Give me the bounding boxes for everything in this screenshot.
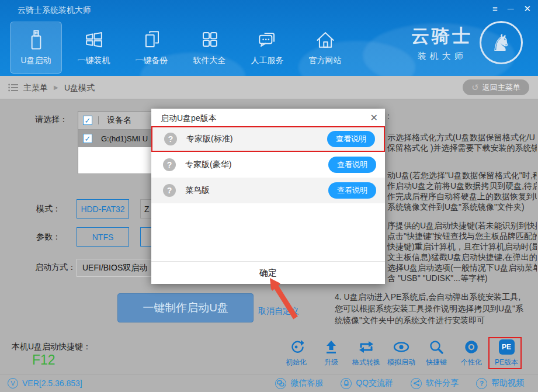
instruction-line: 统镜像"文件夹中的系统文件进行安装即可 xyxy=(335,314,538,326)
select-all-checkbox[interactable]: ✓ xyxy=(83,116,92,125)
help-circle-icon: ? xyxy=(163,184,176,197)
instruction-line: 点击"快捷键"按钮查找与您主板品牌匹配的 xyxy=(387,231,537,241)
tool-simulate-boot[interactable]: 模拟启动 xyxy=(384,338,419,367)
dialog-close-icon[interactable]: ✕ xyxy=(370,112,378,123)
boot-mode-label: 启动方式： xyxy=(35,262,76,273)
help-icon: ? xyxy=(476,378,487,389)
share-icon xyxy=(413,380,420,387)
list-icon xyxy=(8,84,19,92)
view-description-button[interactable]: 查看说明 xyxy=(327,131,375,147)
version-text: VER[2.5.36.853] xyxy=(22,379,82,388)
nav-item-official-site[interactable]: 官方网站 xyxy=(299,22,351,74)
dialog-option-novice[interactable]: ? 菜鸟版 查看说明 xyxy=(151,178,385,203)
qq-icon xyxy=(343,380,350,387)
window-controls: ≡ ─ ✕ xyxy=(492,3,531,15)
instruction-line: 选择U盘启动选项(一般情况下U盘启动菜单 xyxy=(387,262,537,273)
breadcrumb-root[interactable]: 主菜单 xyxy=(23,83,48,93)
status-link-label: QQ交流群 xyxy=(356,378,393,388)
close-icon[interactable]: ✕ xyxy=(523,3,531,15)
help-video-link[interactable]: ? 帮助视频 xyxy=(476,378,524,389)
device-checkbox[interactable]: ✓ xyxy=(83,134,92,143)
nav-item-usb-boot[interactable]: U盘启动 xyxy=(10,22,62,74)
instructions-panel: : 示选择格式化方式(U盘数据保留格式化/U 保留格式化 )并选择需要下载安装的… xyxy=(387,111,537,283)
back-to-main-menu-button[interactable]: ↺ 返回主菜单 xyxy=(463,79,529,95)
tool-label: 模拟启动 xyxy=(387,358,415,367)
tool-format-convert[interactable]: 格式转换 xyxy=(349,338,384,367)
back-button-label: 返回主菜单 xyxy=(483,82,520,93)
nav-item-label: 软件大全 xyxy=(193,55,226,66)
tool-upgrade[interactable]: 升级 xyxy=(314,338,349,367)
mode-option-hdd-fat32[interactable]: HDD-FAT32 xyxy=(77,199,129,218)
instruction-line: 作完成后程序自动将硬盘上的数据恢复到U xyxy=(387,191,537,202)
local-hotkey-value: F12 xyxy=(32,352,55,368)
tool-label: 升级 xyxy=(324,358,338,367)
make-boot-usb-button[interactable]: 一键制作启动U盘 xyxy=(117,293,254,322)
breadcrumb-current: U盘模式 xyxy=(64,83,95,93)
brand-logo: 云骑士 装机大师 ♞ xyxy=(411,21,523,64)
instruction-line: 含 "USB" "UDISK"...等字样) xyxy=(387,273,537,283)
breadcrumb-arrow-icon: ▶ xyxy=(54,84,58,91)
instruction-line: 快捷键)重启计算机，且在计算机启动时(显 xyxy=(387,241,537,252)
view-description-button[interactable]: 查看说明 xyxy=(328,157,376,173)
dialog-options: ? 专家版(标准) 查看说明 ? 专家版(豪华) 查看说明 ? 菜鸟版 查看说明 xyxy=(151,126,385,203)
instruction-line: 4. U盘启动进入PE系统后,会自动弹出系统安装工具, xyxy=(335,291,538,303)
pe-version-icon: PE xyxy=(499,339,515,355)
copy-pages-icon xyxy=(139,27,165,53)
status-bar: V VER[2.5.36.853] 微信客服 QQ交流群 软件分享 ? 帮助视频 xyxy=(0,374,538,392)
software-share-link[interactable]: 软件分享 xyxy=(411,378,459,389)
hotkey-search-icon xyxy=(429,339,444,355)
tool-pe-version[interactable]: PE PE版本 xyxy=(489,338,524,367)
param-label: 参数： xyxy=(36,232,61,242)
logo-text-line2: 装机大师 xyxy=(411,51,473,62)
tool-label: 快捷键 xyxy=(426,358,447,367)
upgrade-icon xyxy=(324,339,339,355)
dialog-title: 启动U盘pe版本 xyxy=(161,113,217,124)
back-arrow-icon: ↺ xyxy=(471,83,479,92)
tool-initialize[interactable]: 初始化 xyxy=(279,338,314,367)
nav-item-one-key-install[interactable]: 一键装机 xyxy=(68,22,120,74)
nav-item-label: 一键装机 xyxy=(78,55,110,66)
dialog-option-expert-standard[interactable]: ? 专家版(标准) 查看说明 xyxy=(151,126,385,152)
view-description-button[interactable]: 查看说明 xyxy=(328,182,376,199)
local-hotkey-label: 本机U盘启动快捷键： xyxy=(12,342,91,352)
nav-item-customer-service[interactable]: 人工服务 xyxy=(241,22,293,74)
tool-label: 初始化 xyxy=(286,358,307,367)
confirm-button[interactable]: 确定 xyxy=(259,268,277,279)
nav-item-one-key-backup[interactable]: 一键备份 xyxy=(126,22,178,74)
tool-label: PE版本 xyxy=(495,358,518,367)
instruction-line: 您可以根据系统安装工具操作说明选择拷贝到U盘"系 xyxy=(335,303,538,314)
help-circle-icon: ? xyxy=(164,133,177,145)
option-name: 专家版(豪华) xyxy=(185,159,231,170)
status-links: 微信客服 QQ交流群 软件分享 ? 帮助视频 xyxy=(275,378,524,389)
wechat-service-link[interactable]: 微信客服 xyxy=(275,378,323,389)
cancel-custom-link[interactable]: 取消自定义 xyxy=(258,306,299,317)
home-icon xyxy=(313,27,338,53)
instruction-line: 文主板信息)猛戳U盘启动快捷键,在弹出的菜 xyxy=(387,252,537,262)
usb-drive-icon xyxy=(23,27,49,53)
qq-group-link[interactable]: QQ交流群 xyxy=(341,378,393,389)
tool-label: 个性化 xyxy=(461,358,482,367)
select-label: 请选择： xyxy=(35,115,68,125)
tool-personalize[interactable]: 个性化 xyxy=(454,338,489,367)
instruction-line: : xyxy=(387,111,537,122)
window-panes-icon xyxy=(81,27,107,53)
menu-icon[interactable]: ≡ xyxy=(492,3,498,15)
instruction-line: 系统镜像文件到U盘"系统镜像"文件夹) xyxy=(387,202,537,212)
version-info[interactable]: V VER[2.5.36.853] xyxy=(8,378,82,388)
bottom-toolbar: 初始化 升级 格式转换 模拟启动 快捷键 个性化 PE PE版本 xyxy=(279,338,524,367)
column-divider xyxy=(98,116,99,124)
chat-bubbles-icon xyxy=(255,27,280,53)
wechat-icon xyxy=(277,380,284,387)
nav-item-software-library[interactable]: 软件大全 xyxy=(183,22,235,74)
minimize-icon[interactable]: ─ xyxy=(508,3,514,15)
status-link-label: 软件分享 xyxy=(426,378,459,388)
mode-label: 模式： xyxy=(36,204,61,214)
tool-hotkey[interactable]: 快捷键 xyxy=(419,338,454,367)
dialog-option-expert-deluxe[interactable]: ? 专家版(豪华) 查看说明 xyxy=(151,152,385,178)
logo-text-line1: 云骑士 xyxy=(411,24,473,48)
nav-item-label: 人工服务 xyxy=(251,55,284,66)
instruction-line: 动U盘(若您选择"U盘数据保留格式化"时,程 xyxy=(387,170,537,181)
help-circle-icon: ? xyxy=(163,158,176,171)
dialog-footer: 确定 xyxy=(151,261,385,284)
param-option-ntfs[interactable]: NTFS xyxy=(77,227,129,247)
